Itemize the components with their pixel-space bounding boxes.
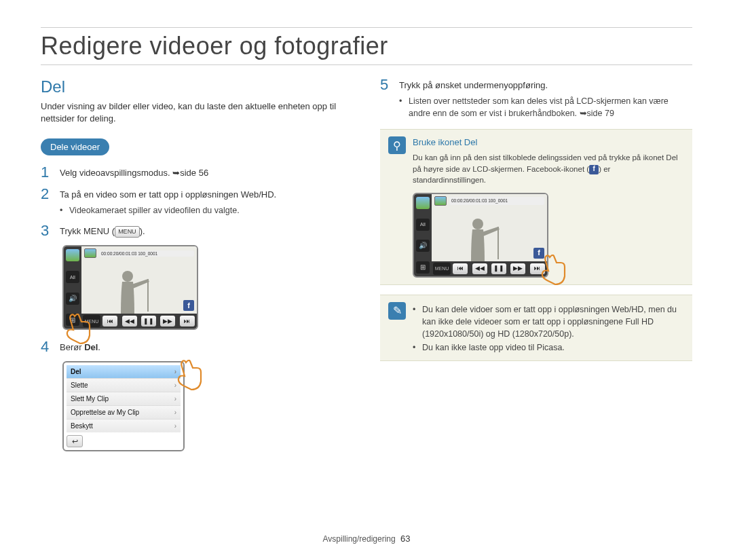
- step-number: 3: [41, 223, 53, 238]
- step-number: 5: [380, 77, 392, 92]
- step-3-text-a: Trykk MENU (: [60, 226, 115, 236]
- chevron-right-icon: ›: [174, 422, 176, 430]
- svg-point-2: [472, 219, 483, 229]
- step-number: 1: [41, 165, 53, 180]
- tap-hand-icon: [176, 360, 204, 391]
- prev-clip-button[interactable]: ⏮: [453, 263, 468, 274]
- step-5: 5 Trykk på ønsket undermenyoppføring. •L…: [380, 77, 692, 119]
- footer-page-number: 63: [400, 534, 410, 544]
- footer-section-label: Avspilling/redigering: [323, 534, 396, 544]
- all-icon[interactable]: All: [416, 219, 430, 231]
- arrow-icon: ➥: [172, 168, 180, 178]
- note-icon: ✎: [388, 302, 406, 320]
- subsection-pill: Dele videoer: [41, 138, 109, 155]
- step-2: 2 Ta på en video som er tatt opp i opplø…: [41, 187, 353, 217]
- step-4-text-b: .: [98, 342, 100, 352]
- rewind-button[interactable]: ◀◀: [472, 263, 487, 274]
- volume-icon[interactable]: 🔊: [66, 293, 79, 305]
- info-box-notes: ✎ •Du kan dele vidoer som er tatt opp i …: [380, 295, 692, 362]
- menu-item-opprettelse[interactable]: Opprettelse av My Clip›: [67, 406, 181, 419]
- forward-button[interactable]: ▶▶: [160, 316, 175, 326]
- step-5-ref: side 79: [587, 109, 614, 118]
- menu-item-beskytt[interactable]: Beskytt›: [67, 419, 181, 432]
- menu-button-inline: MENU: [115, 226, 140, 238]
- all-icon[interactable]: All: [66, 271, 79, 283]
- forward-button[interactable]: ▶▶: [510, 263, 525, 274]
- step-2-text: Ta på en video som er tatt opp i oppløsn…: [60, 189, 276, 200]
- step-1-ref: side 56: [180, 168, 208, 178]
- chevron-right-icon: ›: [174, 409, 176, 416]
- arrow-icon: ➥: [580, 109, 587, 118]
- step-2-bullet: Videokameraet spiller av videofilen du v…: [69, 204, 240, 217]
- menu-item-del[interactable]: Del›: [67, 365, 181, 379]
- step-1-text: Velg videoavspillingsmodus.: [60, 168, 172, 178]
- info1-text-a: Du kan gå inn på den sist tilkoblede del…: [413, 153, 678, 173]
- person-silhouette-icon: [459, 214, 506, 262]
- step-5-bullet: Listen over nettsteder som kan deles vis…: [409, 96, 669, 118]
- rewind-button[interactable]: ◀◀: [122, 316, 137, 326]
- tap-hand-icon: [540, 255, 567, 286]
- menu-back-button[interactable]: ↩: [67, 435, 83, 447]
- step-3: 3 Trykk MENU (MENU).: [41, 223, 353, 238]
- menu-screenshot: Del› Slette› Slett My Clip› Opprettelse …: [62, 361, 191, 451]
- facebook-share-icon[interactable]: f: [183, 300, 194, 311]
- grid-icon[interactable]: ⊞: [416, 261, 430, 274]
- timecode-label: 00:00:20/00:01:03 100_0001: [449, 197, 544, 204]
- page-footer: Avspilling/redigering 63: [0, 534, 733, 544]
- page-title: Redigere videoer og fotografier: [41, 32, 692, 65]
- svg-point-0: [122, 271, 133, 282]
- note-bullet-2: Du kan ikke laste opp video til Picasa.: [422, 341, 565, 354]
- pause-button[interactable]: ❚❚: [491, 263, 506, 274]
- pause-button[interactable]: ❚❚: [141, 316, 156, 326]
- magnify-icon: ⚲: [388, 136, 406, 154]
- volume-icon[interactable]: 🔊: [416, 240, 430, 252]
- timecode-label: 00:00:20/00:01:03 100_0001: [99, 250, 194, 257]
- step-5-text: Trykk på ønsket undermenyoppføring.: [399, 80, 548, 90]
- info-box-bruke-ikonet: ⚲ Bruke ikonet Del Du kan gå inn på den …: [380, 129, 692, 285]
- lcd-screenshot-2: All 🔊 ⊞ 00:00:20/00:01:03 100_0001: [413, 193, 555, 278]
- section-heading-del: Del: [41, 77, 353, 96]
- left-column: Del Under visning av bilder eller video,…: [41, 77, 353, 458]
- info-title: Bruke ikonet Del: [413, 136, 684, 149]
- right-column: 5 Trykk på ønsket undermenyoppføring. •L…: [380, 77, 692, 458]
- step-3-text-b: ).: [140, 226, 145, 236]
- tap-hand-icon: [65, 314, 92, 345]
- step-1: 1 Velg videoavspillingsmodus. ➥side 56: [41, 165, 353, 180]
- step-number: 2: [41, 187, 53, 202]
- note-bullet-1: Du kan dele vidoer som er tatt opp i opp…: [422, 303, 684, 340]
- chevron-right-icon: ›: [174, 395, 176, 403]
- thumbnail-icon[interactable]: [66, 249, 79, 261]
- next-clip-button[interactable]: ⏭: [180, 316, 195, 326]
- clip-thumb-icon: [84, 248, 96, 258]
- person-silhouette-icon: [109, 267, 156, 314]
- lcd-menu-button[interactable]: MENU: [433, 263, 451, 275]
- step-number: 4: [41, 339, 53, 354]
- prev-clip-button[interactable]: ⏮: [102, 316, 117, 326]
- clip-thumb-icon: [434, 196, 447, 206]
- menu-item-slette[interactable]: Slette›: [67, 379, 181, 392]
- facebook-icon: f: [589, 165, 599, 174]
- menu-item-slett-my-clip[interactable]: Slett My Clip›: [67, 392, 181, 406]
- intro-text: Under visning av bilder eller video, kan…: [41, 100, 353, 125]
- thumbnail-icon[interactable]: [416, 197, 430, 209]
- lcd-screenshot-1: All 🔊 ⊞ 00:00:20/00:01:03 100_0001: [62, 245, 205, 330]
